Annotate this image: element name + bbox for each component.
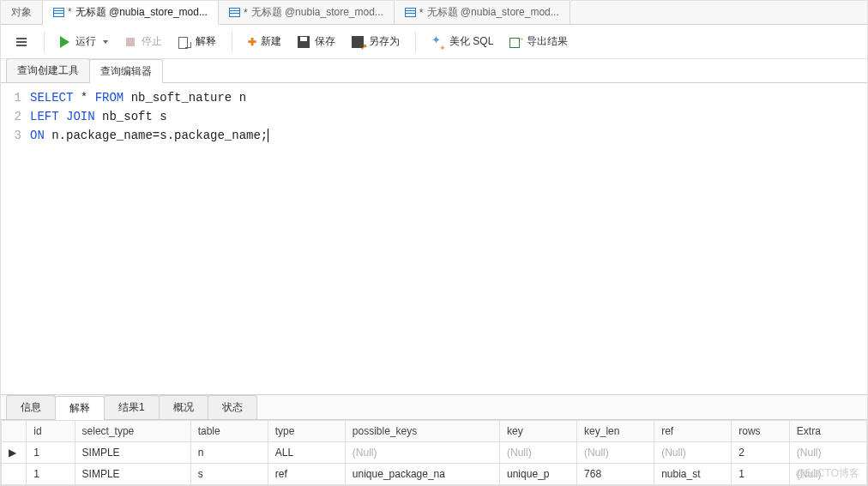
save-button[interactable]: 保存	[292, 32, 341, 51]
cell[interactable]: (Null)	[654, 442, 732, 464]
tab-query-builder[interactable]: 查询创建工具	[6, 58, 90, 82]
result-tab[interactable]: 概况	[159, 395, 208, 419]
explain-result-grid[interactable]: idselect_typetabletypepossible_keyskeyke…	[1, 420, 867, 485]
cell[interactable]: unique_package_na	[345, 464, 499, 485]
table-icon	[229, 8, 240, 17]
file-tab[interactable]: 对象	[1, 1, 43, 24]
column-header[interactable]: key_len	[577, 421, 654, 442]
column-header[interactable]: type	[268, 421, 345, 442]
line-number: 1	[1, 88, 21, 107]
cell[interactable]: (Null)	[789, 464, 866, 485]
column-header[interactable]: table	[190, 421, 268, 442]
sql-code[interactable]: SELECT * FROM nb_soft_nature nLEFT JOIN …	[30, 88, 867, 391]
result-tabs: 信息解释结果1概况状态	[1, 394, 867, 420]
export-label: 导出结果	[527, 34, 568, 49]
cell[interactable]: s	[190, 464, 268, 485]
cell[interactable]: SIMPLE	[75, 464, 190, 485]
column-header[interactable]: id	[27, 421, 75, 442]
separator	[44, 32, 45, 52]
result-tab[interactable]: 解释	[55, 396, 105, 420]
code-line[interactable]: SELECT * FROM nb_soft_nature n	[30, 88, 867, 107]
export-icon	[509, 35, 522, 49]
column-header[interactable]: ref	[654, 421, 732, 442]
hamburger-icon	[15, 35, 28, 49]
explain-label: 解释	[196, 34, 216, 49]
column-header[interactable]: select_type	[75, 421, 190, 442]
new-button[interactable]: ✚ 新建	[243, 32, 286, 51]
stop-label: 停止	[142, 34, 162, 49]
plus-icon: ✚	[248, 36, 256, 48]
save-label: 保存	[315, 34, 335, 49]
column-header[interactable]: possible_keys	[345, 421, 499, 442]
column-header[interactable]: key	[500, 421, 577, 442]
cell[interactable]: ref	[268, 464, 345, 485]
file-tab[interactable]: * 无标题 @nubia_store_mod...	[395, 1, 570, 24]
cell[interactable]: SIMPLE	[75, 442, 190, 464]
editor-subtabs: 查询创建工具 查询编辑器	[1, 59, 867, 83]
result-tab[interactable]: 状态	[208, 395, 257, 419]
cell[interactable]: ALL	[268, 442, 345, 464]
stop-button[interactable]: 停止	[118, 32, 167, 51]
line-number: 2	[1, 107, 21, 126]
dirty-indicator: *	[419, 7, 424, 19]
cell[interactable]: 1	[27, 464, 75, 485]
run-button[interactable]: 运行	[55, 32, 113, 51]
sparkle-icon	[431, 35, 445, 49]
text-cursor	[268, 129, 268, 142]
result-tab[interactable]: 结果1	[104, 395, 160, 419]
code-line[interactable]: ON n.package_name=s.package_name;	[30, 126, 867, 145]
play-icon	[60, 36, 69, 48]
file-tab-label: 对象	[11, 5, 32, 20]
file-tab[interactable]: * 无标题 @nubia_store_mod...	[43, 1, 219, 25]
table-icon	[405, 8, 416, 17]
row-pointer	[2, 464, 27, 485]
save-icon	[297, 35, 310, 49]
result-tab[interactable]: 信息	[6, 395, 56, 419]
table-icon	[53, 8, 64, 17]
sql-editor[interactable]: 123 SELECT * FROM nb_soft_nature nLEFT J…	[1, 83, 867, 391]
cell[interactable]: 768	[577, 464, 654, 485]
dirty-indicator: *	[244, 7, 248, 19]
cell[interactable]: 1	[732, 464, 790, 485]
code-line[interactable]: LEFT JOIN nb_soft s	[30, 107, 867, 126]
cell[interactable]: 2	[732, 442, 790, 464]
file-tab[interactable]: * 无标题 @nubia_store_mod...	[219, 1, 395, 24]
column-header[interactable]: rows	[732, 421, 790, 442]
file-tabs: 对象* 无标题 @nubia_store_mod...* 无标题 @nubia_…	[1, 1, 867, 25]
file-tab-label: 无标题 @nubia_store_mod...	[427, 5, 559, 20]
dirty-indicator: *	[68, 6, 72, 18]
cell[interactable]: unique_p	[500, 464, 577, 485]
cell[interactable]: 1	[27, 442, 75, 464]
explain-button[interactable]: 解释	[172, 32, 221, 51]
save-as-icon	[351, 35, 365, 49]
separator	[415, 32, 416, 52]
row-pointer-header	[2, 421, 27, 442]
cell[interactable]: (Null)	[789, 442, 866, 464]
beautify-label: 美化 SQL	[449, 34, 493, 49]
explain-icon	[178, 35, 191, 49]
tab-query-editor[interactable]: 查询编辑器	[89, 59, 163, 83]
run-label: 运行	[75, 34, 96, 49]
cell[interactable]: nubia_st	[654, 464, 732, 485]
toolbar: 运行 停止 解释 ✚ 新建 保存 另存为 美化 SQL 导出结果	[1, 25, 867, 59]
chevron-down-icon	[103, 40, 108, 44]
line-number-gutter: 123	[1, 88, 30, 391]
cell[interactable]: (Null)	[500, 442, 577, 464]
save-as-button[interactable]: 另存为	[346, 32, 405, 51]
row-pointer: ▶	[2, 442, 27, 464]
table-row[interactable]: 1SIMPLEsrefunique_package_naunique_p768n…	[2, 464, 867, 485]
column-header[interactable]: Extra	[789, 421, 866, 442]
cell[interactable]: (Null)	[577, 442, 654, 464]
hamburger-menu-button[interactable]	[9, 33, 33, 51]
file-tab-label: 无标题 @nubia_store_mod...	[251, 5, 383, 20]
file-tab-label: 无标题 @nubia_store_mod...	[75, 5, 208, 20]
cell[interactable]: (Null)	[345, 442, 499, 464]
new-label: 新建	[261, 34, 281, 49]
export-result-button[interactable]: 导出结果	[503, 32, 573, 51]
line-number: 3	[1, 126, 21, 145]
table-row[interactable]: ▶1SIMPLEnALL(Null)(Null)(Null)(Null)2(Nu…	[2, 442, 867, 464]
separator	[232, 32, 232, 52]
cell[interactable]: n	[190, 442, 268, 464]
beautify-sql-button[interactable]: 美化 SQL	[426, 32, 498, 51]
save-as-label: 另存为	[369, 34, 400, 49]
